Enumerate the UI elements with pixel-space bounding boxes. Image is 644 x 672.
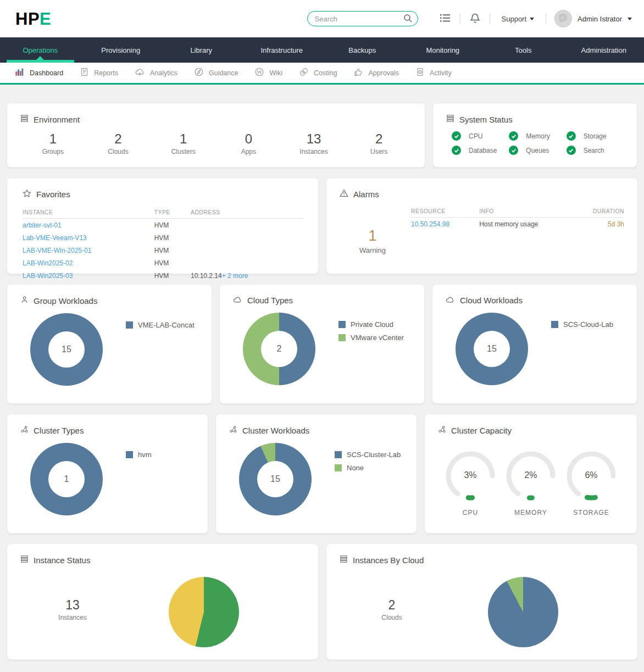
server-stack-icon <box>340 555 348 565</box>
legend-label: SCS-Cloud-Lab <box>563 320 613 329</box>
support-label: Support <box>502 15 527 23</box>
legend-label: None <box>347 464 364 472</box>
instance-link[interactable]: LAB-Win2025-03 <box>23 272 73 280</box>
check-circle-icon <box>567 146 576 155</box>
check-circle-icon <box>509 146 518 155</box>
capacity-gauges: 3% CPU 2% MEMORY 6% STORAGE <box>438 447 624 517</box>
check-circle-icon <box>567 131 576 141</box>
donut-center-value: 15 <box>62 345 71 354</box>
nav-tab-operations[interactable]: Operations <box>0 37 81 63</box>
instance-link[interactable]: arbiter-svt-01 <box>23 221 62 229</box>
more-addresses-link[interactable]: + 2 more <box>222 272 248 280</box>
server-stack-icon <box>20 555 29 565</box>
chart-legend: Private Cloud VMware vCenter <box>338 320 404 385</box>
subnav-item-reports[interactable]: Reports <box>71 63 126 83</box>
instance-link[interactable]: LAB-Win2025-02 <box>23 259 73 267</box>
avatar <box>554 10 572 27</box>
instance-link[interactable]: LAB-VME-Win-2025-01 <box>23 247 91 254</box>
subnav-label: Analytics <box>150 69 177 77</box>
subnav-item-analytics[interactable]: Analytics <box>126 63 186 83</box>
alarm-duration: 5d 3h <box>575 218 624 231</box>
gauge-value: 6% <box>561 470 621 480</box>
column-header-info: INFO <box>479 206 575 218</box>
status-database: Database <box>452 146 509 155</box>
summary-value: 2 <box>340 598 444 613</box>
subnav-item-guidance[interactable]: Guidance <box>186 63 247 83</box>
activity-list-button[interactable] <box>438 12 452 26</box>
subnav-item-wiki[interactable]: Wiki <box>246 63 291 83</box>
summary-value: 13 <box>20 598 125 613</box>
card-title-text: System Status <box>459 115 513 124</box>
legend-item: SCS-Cloud-Lab <box>551 320 613 329</box>
gauge-value: 2% <box>501 470 561 480</box>
legend-label: SCS-Cluster-Lab <box>347 451 401 459</box>
gauge-label: MEMORY <box>501 509 561 517</box>
subnav-item-activity[interactable]: Activity <box>407 63 460 83</box>
server-stack-icon <box>20 114 29 124</box>
memory-gauge: 2% MEMORY <box>501 447 561 517</box>
card-title-text: Cluster Capacity <box>451 426 512 435</box>
table-row: Lab-VME-Veeam-V13HVM <box>23 231 303 244</box>
instance-address <box>191 257 303 269</box>
subnav-item-costing[interactable]: Costing <box>291 63 345 83</box>
alarm-count-label: Warning <box>340 246 406 254</box>
nav-tab-provisioning[interactable]: Provisioning <box>81 37 162 63</box>
stat-label: Clouds <box>86 148 151 155</box>
header-divider <box>546 13 546 24</box>
legend-item: None <box>335 464 401 472</box>
storage-gauge: 6% STORAGE <box>561 447 621 517</box>
subnav-label: Wiki <box>269 69 282 77</box>
notifications-button[interactable] <box>469 12 481 26</box>
nav-tab-library[interactable]: Library <box>161 37 242 63</box>
instance-link[interactable]: Lab-VME-Veeam-V13 <box>23 234 87 242</box>
header-divider <box>460 13 460 24</box>
nav-tab-infrastructure[interactable]: Infrastructure <box>242 37 323 63</box>
global-search <box>307 11 418 26</box>
support-menu[interactable]: Support <box>498 15 538 23</box>
card-title-text: Cloud Types <box>247 296 293 305</box>
instance-status-card: Instance Status 13 Instances <box>7 543 319 660</box>
instance-type: HVM <box>154 219 191 232</box>
legend-item: hvm <box>126 451 152 459</box>
instances-by-cloud-card-title: Instances By Cloud <box>340 555 624 565</box>
legend-item: SCS-Cluster-Lab <box>335 451 401 459</box>
donut-center-value: 15 <box>270 474 280 484</box>
nav-tab-monitoring[interactable]: Monitoring <box>403 37 484 63</box>
dashboard-content: Environment 1Groups 2Clouds 1Clusters 0A… <box>0 85 644 660</box>
donut-hole: 1 <box>48 461 85 497</box>
warning-triangle-icon <box>340 189 348 199</box>
donut-hole: 2 <box>261 331 297 367</box>
legend-swatch <box>126 321 133 329</box>
stat-groups: 1Groups <box>20 131 86 155</box>
subnav-item-dashboard[interactable]: Dashboard <box>7 63 71 83</box>
instance-status-card-title: Instance Status <box>20 555 305 565</box>
alarms-table-wrap: RESOURCE INFO DURATION 10.50.254.98 Host… <box>406 206 624 254</box>
instances-by-cloud-card: Instances By Cloud 2 Clouds <box>326 543 638 660</box>
approvals-thumbs-up-icon <box>353 67 363 79</box>
stat-value: 2 <box>346 131 412 147</box>
search-input[interactable] <box>307 11 418 26</box>
status-label: Queues <box>526 147 549 154</box>
hpe-logo[interactable]: HPE <box>15 10 51 27</box>
instance-address <box>191 231 303 244</box>
search-icon[interactable] <box>403 14 413 25</box>
nav-tab-backups[interactable]: Backups <box>322 37 403 63</box>
nav-tab-tools[interactable]: Tools <box>483 37 564 63</box>
legend-label: VME-LAB-Concat <box>138 321 195 329</box>
group-workloads-card-title: Group Workloads <box>20 296 198 306</box>
status-memory: Memory <box>509 131 566 141</box>
user-menu[interactable]: Admin Istrator <box>554 10 632 27</box>
alarm-count-value: 1 <box>340 227 406 245</box>
gauge-label: CPU <box>440 509 501 517</box>
status-storage: Storage <box>567 131 624 141</box>
card-title-text: Instances By Cloud <box>353 556 424 565</box>
chart-legend: VME-LAB-Concat <box>126 321 195 386</box>
donut-center-value: 15 <box>487 344 497 354</box>
legend-item: VMware vCenter <box>338 334 404 342</box>
cloud-types-card: Cloud Types 2 Private Cloud VMware vCent… <box>219 284 425 404</box>
stat-label: Groups <box>20 148 86 155</box>
subnav-item-approvals[interactable]: Approvals <box>345 63 407 83</box>
cluster-workloads-donut-chart: 15 <box>239 443 312 515</box>
alarm-resource-link[interactable]: 10.50.254.98 <box>411 220 449 228</box>
nav-tab-administration[interactable]: Administration <box>564 37 644 63</box>
